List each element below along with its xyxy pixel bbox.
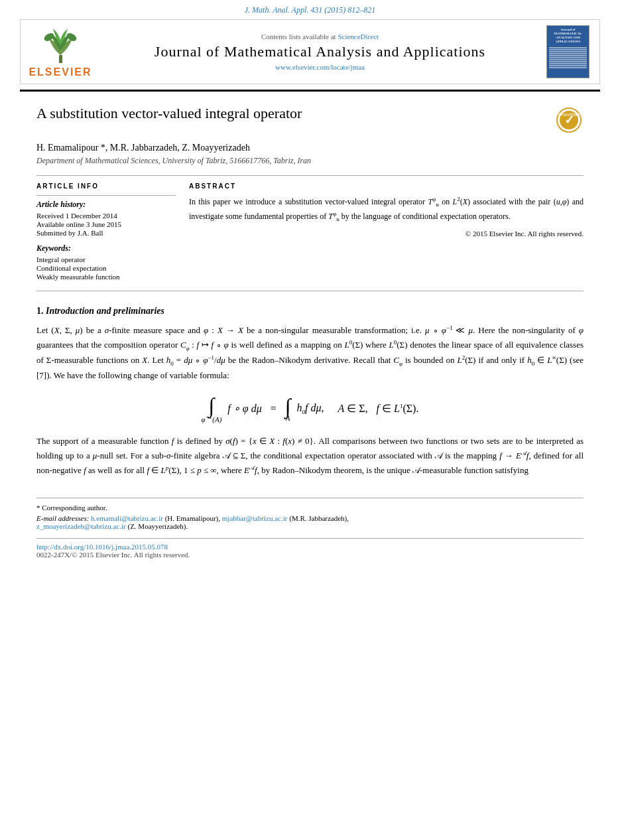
elsevier-logo: ELSEVIER	[27, 25, 93, 78]
email2-link[interactable]: mjabbar@tabrizu.ac.ir	[222, 514, 288, 522]
crossmark: ✓ CrossMark	[554, 105, 584, 135]
cover-title: Journal of MATHEMATICAL ANALYSIS AND APP…	[549, 28, 587, 44]
journal-header: ELSEVIER Contents lists available at Sci…	[20, 19, 600, 84]
journal-reference: J. Math. Anal. Appl. 431 (2015) 812–821	[0, 0, 620, 19]
article-info-heading: ARTICLE INFO	[36, 182, 176, 190]
authors: H. Emamalipour *, M.R. Jabbarzadeh, Z. M…	[36, 143, 584, 153]
contents-available: Contents lists available at ScienceDirec…	[93, 33, 546, 40]
keyword-1: Integral operator	[36, 255, 176, 263]
keyword-2: Conditional expectation	[36, 264, 176, 272]
journal-cover: Journal of MATHEMATICAL ANALYSIS AND APP…	[546, 25, 593, 78]
journal-full-title: Journal of Mathematical Analysis and App…	[93, 43, 546, 60]
doi-section: http://dx.doi.org/10.1016/j.jmaa.2015.05…	[36, 538, 584, 559]
svg-point-1	[42, 32, 55, 43]
article-history-label: Article history:	[36, 200, 176, 210]
title-row: A substitution vector-valued integral op…	[36, 105, 584, 135]
section-1-para1: Let (X, Σ, μ) be a σ-finite measure spac…	[36, 323, 584, 383]
footnotes-section: * Corresponding author. E-mail addresses…	[36, 498, 584, 530]
history-divider	[36, 195, 176, 196]
email3-link[interactable]: z_moayerizadeh@tabrizu.ac.ir	[36, 522, 126, 530]
abstract-divider	[36, 291, 584, 291]
email-addresses: E-mail addresses: h.emamali@tabrizu.ac.i…	[36, 514, 584, 530]
issn-line: 0022-247X/© 2015 Elsevier Inc. All right…	[36, 551, 584, 559]
paper-title: A substitution vector-valued integral op…	[36, 105, 547, 122]
article-info-panel: ARTICLE INFO Article history: Received 1…	[36, 182, 176, 281]
display-formula: ∫ φ−1(A) f ∘ φ dμ = ∫ A h0f dμ, A ∈ Σ, f…	[36, 395, 584, 423]
info-divider	[36, 175, 584, 176]
submitted-by: Submitted by J.A. Ball	[36, 229, 176, 237]
section-1-para2: The support of a measurable function f i…	[36, 435, 584, 478]
crossmark-icon: ✓ CrossMark	[556, 107, 582, 133]
doi-link[interactable]: http://dx.doi.org/10.1016/j.jmaa.2015.05…	[36, 543, 168, 551]
svg-rect-0	[59, 55, 62, 63]
keyword-3: Weakly measurable function	[36, 273, 176, 281]
svg-point-2	[65, 32, 78, 43]
abstract-text: In this paper we introduce a substitutio…	[189, 195, 584, 224]
email1-link[interactable]: h.emamali@tabrizu.ac.ir	[91, 514, 163, 522]
copyright-notice: © 2015 Elsevier Inc. All rights reserved…	[189, 230, 584, 238]
received-date: Received 1 December 2014	[36, 212, 176, 220]
affiliation: Department of Mathematical Sciences, Uni…	[36, 156, 584, 166]
available-date: Available online 3 June 2015	[36, 220, 176, 228]
header-center: Contents lists available at ScienceDirec…	[93, 33, 546, 71]
abstract-heading: ABSTRACT	[189, 182, 584, 190]
abstract-panel: ABSTRACT In this paper we introduce a su…	[189, 182, 584, 281]
elsevier-tree-icon	[36, 25, 86, 65]
journal-url: www.elsevier.com/locate/jmaa	[93, 63, 546, 71]
svg-text:CrossMark: CrossMark	[558, 112, 580, 117]
elsevier-wordmark: ELSEVIER	[29, 66, 92, 78]
section-1-title: 1. Introduction and preliminaries	[36, 306, 584, 316]
corresponding-author-note: * Corresponding author.	[36, 504, 584, 512]
keywords-label: Keywords:	[36, 244, 176, 253]
sciencedirect-link[interactable]: ScienceDirect	[338, 33, 379, 40]
